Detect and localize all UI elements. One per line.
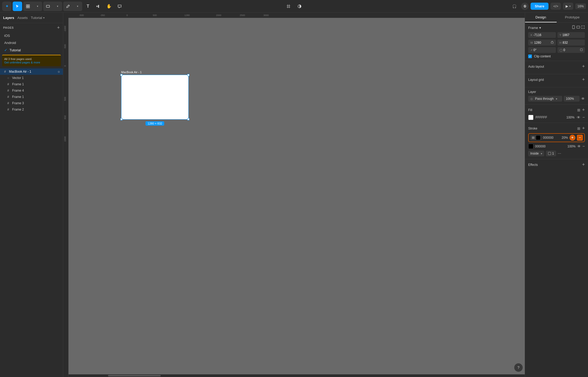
ruler-mark-h-2000: 2000 (216, 14, 221, 17)
field-x[interactable]: X -7116 (528, 32, 556, 38)
tab-design[interactable]: Design (525, 13, 557, 22)
frame-landscape-icon[interactable] (576, 25, 580, 30)
canvas-area[interactable]: -500 -350 0 500 1280 2000 2500 3000 -100… (63, 13, 525, 377)
shape-tool-arrow[interactable]: ▾ (53, 2, 62, 11)
stroke-swatch-wrap-1[interactable] (530, 135, 541, 140)
field-w[interactable]: W 1280 (528, 39, 556, 46)
layout-grid-title: Layout grid (528, 78, 544, 82)
page-item-ios[interactable]: iOS (2, 32, 61, 39)
corner-tr[interactable] (187, 74, 189, 76)
hand-tool[interactable]: ✋ (104, 2, 114, 11)
stroke-grid-button[interactable]: ⊞ (577, 126, 580, 131)
tab-layers[interactable]: Layers (3, 15, 14, 21)
fill-color-swatch[interactable] (528, 115, 533, 120)
fill-grid-button[interactable]: ⊞ (577, 107, 580, 113)
stroke-remove-button-1[interactable]: − (577, 135, 583, 141)
corner-bl[interactable] (120, 118, 122, 120)
stroke-add-button[interactable]: + (582, 126, 585, 131)
components-tool[interactable] (94, 2, 103, 11)
svg-rect-0 (26, 5, 28, 6)
auto-layout-section: Auto layout + (525, 61, 588, 74)
code-button[interactable]: </> (551, 3, 561, 10)
frame-resize-icon[interactable] (581, 25, 585, 30)
frame-wrapper[interactable]: MacBook Air - 1 1280 × 832 (121, 71, 189, 120)
shape-tool[interactable] (43, 2, 53, 11)
counter-badge: ① (521, 3, 528, 10)
layer-item-frame3[interactable]: # Frame 3 (0, 100, 63, 106)
text-tool[interactable]: T (83, 2, 93, 11)
corner-tl[interactable] (120, 74, 122, 76)
blend-mode-dropdown[interactable]: ◎ Pass through ▾ (528, 96, 562, 102)
zoom-display[interactable]: 16% (575, 3, 586, 9)
select-tool[interactable] (13, 2, 22, 11)
tab-tutorial[interactable]: Tutorial ▾ (31, 15, 45, 21)
field-corner-radius[interactable]: ◯ 0 (557, 47, 585, 53)
stroke-visibility-button-1[interactable]: 👁 (570, 135, 575, 141)
auto-layout-add-button[interactable]: + (582, 64, 585, 69)
layer-visibility-button[interactable]: 👁 (581, 97, 585, 101)
fill-visibility-button[interactable]: 👁 (577, 115, 580, 120)
layer-item-frame4[interactable]: # Frame 4 (0, 87, 63, 94)
upgrade-banner: All 3 free pages used. Get unlimited pag… (2, 55, 61, 66)
effects-title: Effects (528, 163, 538, 167)
stroke-opacity-1: 20% (557, 136, 568, 140)
comment-tool[interactable] (115, 2, 124, 11)
add-page-button[interactable]: + (57, 25, 60, 30)
frame-dropdown[interactable]: Frame ▾ (528, 26, 541, 30)
fill-remove-button[interactable]: − (582, 115, 585, 120)
field-h[interactable]: H 832 (557, 39, 585, 46)
scroll-thumb[interactable] (108, 375, 161, 376)
pen-tool-arrow[interactable]: ▾ (73, 2, 82, 11)
layer-label-frame1a: Frame 1 (12, 82, 24, 86)
stroke-row-highlighted: 000000 20% 👁 − (528, 133, 585, 142)
corner-br[interactable] (187, 118, 189, 120)
canvas-scrollbar[interactable] (68, 374, 525, 377)
opacity-field[interactable]: 100% (564, 96, 580, 102)
effects-add-button[interactable]: + (582, 162, 585, 167)
corner-expand-icon[interactable] (580, 48, 583, 52)
layer-item-frame1b[interactable]: # Frame 1 (0, 94, 63, 100)
tab-assets[interactable]: Assets (17, 15, 28, 21)
page-item-tutorial[interactable]: ✓ Tutorial (2, 46, 61, 54)
fill-add-button[interactable]: + (582, 107, 585, 113)
field-y[interactable]: Y 1867 (557, 32, 585, 38)
layer-item-frame2[interactable]: # Frame 2 (0, 106, 63, 113)
layer-item-frame1a[interactable]: # Frame 1 (0, 81, 63, 87)
page-label-ios: iOS (4, 34, 10, 38)
frame-icon-1b: # (6, 95, 10, 99)
frame-icon-4: # (6, 89, 10, 92)
field-rotation[interactable]: ↗ 0° (528, 47, 556, 53)
play-button[interactable]: ▶ ▾ (563, 3, 573, 10)
frame-tool[interactable] (23, 2, 33, 11)
lock-icon[interactable] (551, 41, 554, 44)
stroke-swatch-2[interactable] (528, 144, 533, 149)
layout-grid-add-button[interactable]: + (582, 77, 585, 82)
pen-tool[interactable] (63, 2, 73, 11)
contrast-tool[interactable] (295, 2, 304, 11)
clip-content-checkbox[interactable]: ✓ (528, 54, 532, 58)
logo-button[interactable]: ✦ (2, 2, 12, 11)
frame-portrait-icon[interactable] (572, 25, 575, 30)
headphones-icon[interactable]: 🎧 (509, 2, 519, 11)
label-corner-radius: ◯ (560, 49, 562, 52)
stroke-remove-button-2[interactable]: − (582, 144, 585, 149)
toolbar-center (284, 2, 304, 11)
svg-rect-10 (580, 49, 582, 51)
frame-icon-macbook: # (3, 70, 7, 73)
layer-item-macbook[interactable]: # MacBook Air - 1 ⊙ (0, 68, 63, 75)
layer-label-macbook: MacBook Air - 1 (9, 70, 31, 73)
help-button[interactable]: ? (514, 363, 523, 372)
stroke-options-button[interactable]: ··· (558, 151, 561, 156)
stroke-position-dropdown[interactable]: Inside ▾ (528, 151, 544, 156)
upgrade-link[interactable]: Get unlimited pages & more (4, 61, 40, 64)
stroke-width-field[interactable]: 1 (546, 151, 556, 156)
frame-tool-arrow[interactable]: ▾ (33, 2, 42, 11)
tab-prototype[interactable]: Prototype (557, 13, 588, 22)
layer-item-vector1[interactable]: ○ Vector 1 (0, 75, 63, 81)
stroke-visibility-button-2[interactable]: 👁 (577, 144, 581, 148)
frame-canvas-box[interactable]: 1280 × 832 (121, 75, 189, 120)
page-item-android[interactable]: Android (2, 39, 61, 46)
ruler-mark-v-1000: -1000 (64, 26, 66, 32)
grid-tool[interactable] (284, 2, 293, 11)
share-button[interactable]: Share (531, 3, 548, 10)
